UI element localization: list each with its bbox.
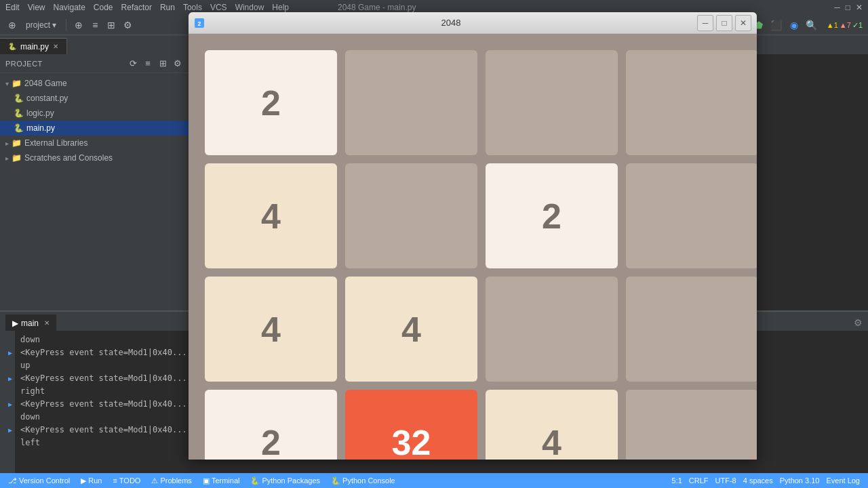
- console-settings: ⚙: [854, 317, 863, 331]
- status-encoding[interactable]: UTF-8: [713, 473, 739, 488]
- tree-expand-icon: ▾: [5, 80, 9, 87]
- game-content: 2 4 2 4 4 2 32 4: [189, 34, 757, 460]
- sidebar-item-constant[interactable]: 🐍 constant.py: [0, 91, 189, 106]
- tab-label: main.py: [20, 42, 49, 52]
- python-ver-text: Python 3.10: [780, 476, 820, 485]
- terminal-icon: ▣: [203, 476, 210, 485]
- status-version-control[interactable]: ⎇ Version Control: [5, 473, 73, 488]
- menu-vcs[interactable]: VCS: [210, 3, 227, 12]
- sidebar-item-label: logic.py: [26, 108, 54, 118]
- status-problems[interactable]: ⚠ Problems: [149, 473, 194, 488]
- console-tab-label: main: [21, 319, 39, 328]
- sidebar-item-logic[interactable]: 🐍 logic.py: [0, 106, 189, 121]
- status-cursor-pos[interactable]: 5:1: [669, 473, 685, 488]
- folder-icon: 📁: [12, 138, 22, 148]
- tab-main-py[interactable]: 🐍 main.py ✕: [0, 38, 67, 54]
- tile-r3c3: [626, 390, 757, 460]
- window-minimize-btn[interactable]: ─: [697, 15, 713, 31]
- tile-r0c1: [345, 50, 477, 155]
- svg-text:2: 2: [197, 20, 201, 27]
- console-settings-icon[interactable]: ⚙: [854, 317, 863, 328]
- todo-icon: ≡: [113, 476, 117, 485]
- window-maximize-btn[interactable]: □: [716, 15, 732, 31]
- tile-r1c2: 2: [486, 163, 618, 268]
- status-line-ending[interactable]: CRLF: [686, 473, 711, 488]
- vc-icon: ⎇: [8, 476, 17, 485]
- settings-icon[interactable]: ⚙: [121, 18, 134, 32]
- status-python-console[interactable]: 🐍 Python Console: [328, 473, 398, 488]
- ide-maximize[interactable]: □: [846, 3, 850, 12]
- tile-r3c0: 2: [205, 390, 337, 460]
- status-event-log[interactable]: Event Log: [823, 473, 863, 488]
- menu-run[interactable]: Run: [160, 3, 175, 12]
- sidebar-collapse-icon[interactable]: ≡: [142, 58, 154, 70]
- sidebar-tree: ▾ 📁 2048 Game 🐍 constant.py 🐍 logic.py 🐍…: [0, 73, 189, 168]
- sidebar-header: Project ⟳ ≡ ⊞ ⚙: [0, 54, 189, 73]
- plugin-icon3[interactable]: ⬛: [768, 17, 785, 33]
- sidebar-item-main[interactable]: 🐍 main.py: [0, 121, 189, 136]
- gutter-5: ·: [0, 436, 15, 449]
- tile-r0c0: 2: [205, 50, 337, 155]
- tab-close-icon[interactable]: ✕: [53, 43, 58, 50]
- status-python-version[interactable]: Python 3.10: [777, 473, 823, 488]
- sync-icon[interactable]: ⊕: [72, 18, 85, 32]
- sidebar-item-label: 2048 Game: [24, 79, 67, 88]
- errors-count[interactable]: ▲7: [840, 21, 851, 29]
- sidebar-item-project-root[interactable]: ▾ 📁 2048 Game: [0, 76, 189, 91]
- sidebar-sync-icon[interactable]: ⟳: [127, 58, 139, 70]
- sidebar-settings-icon[interactable]: ⚙: [172, 58, 184, 70]
- ide-close[interactable]: ✕: [856, 3, 863, 12]
- tile-r2c2: [486, 277, 618, 382]
- sidebar-item-scratches[interactable]: ▸ 📁 Scratches and Consoles: [0, 150, 189, 165]
- encoding-text: UTF-8: [715, 476, 736, 485]
- status-run[interactable]: ▶ Run: [78, 473, 104, 488]
- todo-label: TODO: [119, 476, 141, 485]
- status-indent[interactable]: 4 spaces: [741, 473, 776, 488]
- py-console-label: Python Console: [342, 476, 395, 485]
- console-tab-main[interactable]: ▶ main ✕: [5, 314, 56, 331]
- status-todo[interactable]: ≡ TODO: [110, 473, 143, 488]
- gutter-3: ·: [0, 385, 15, 398]
- packages-label: Python Packages: [262, 476, 320, 485]
- warnings-count[interactable]: ▲1: [827, 21, 838, 29]
- console-tab-close-icon[interactable]: ✕: [44, 319, 50, 327]
- sidebar-header-text: Project: [5, 60, 43, 68]
- menu-navigate[interactable]: Navigate: [53, 3, 85, 12]
- file-icon: 🐍: [14, 123, 24, 133]
- tile-r1c0: 4: [205, 163, 337, 268]
- tile-r3c2: 4: [486, 390, 618, 460]
- ok-count[interactable]: ✓1: [852, 21, 863, 30]
- sidebar-item-label: constant.py: [26, 94, 68, 103]
- structure-icon[interactable]: ≡: [88, 18, 102, 32]
- menu-edit[interactable]: Edit: [5, 3, 20, 12]
- status-python-packages[interactable]: 🐍 Python Packages: [248, 473, 323, 488]
- terminal-label: Terminal: [212, 476, 240, 485]
- menu-view[interactable]: View: [28, 3, 45, 12]
- tile-r0c2: [486, 50, 618, 155]
- status-bar: ⎇ Version Control ▶ Run ≡ TODO ⚠ Problem…: [0, 473, 868, 488]
- window-close-btn[interactable]: ✕: [735, 15, 751, 31]
- packages-icon: 🐍: [250, 476, 260, 485]
- window-controls: ─ □ ✕: [697, 15, 751, 31]
- sidebar-expand-icon[interactable]: ⊞: [157, 58, 169, 70]
- search-icon[interactable]: 🔍: [804, 17, 820, 33]
- sidebar-item-external-libs[interactable]: ▸ 📁 External Libraries: [0, 136, 189, 150]
- menu-help[interactable]: Help: [272, 3, 289, 12]
- menu-refactor[interactable]: Refactor: [121, 3, 152, 12]
- layout-icon[interactable]: ⊞: [104, 18, 118, 32]
- gutter-arrow-3: ▶: [0, 398, 15, 411]
- tile-r1c3: [626, 163, 757, 268]
- gutter-2: ·: [0, 359, 15, 372]
- gutter-1: ·: [0, 333, 15, 346]
- gutter-4: ·: [0, 411, 15, 424]
- ide-minimize[interactable]: ─: [834, 3, 840, 12]
- sidebar-item-label: Scratches and Consoles: [24, 153, 113, 163]
- menu-code[interactable]: Code: [94, 3, 113, 12]
- add-icon[interactable]: ⊕: [5, 18, 19, 32]
- project-dropdown[interactable]: project ▾: [22, 18, 60, 32]
- vc-label: Version Control: [19, 476, 70, 485]
- plugin-icon4[interactable]: ◉: [786, 17, 802, 33]
- status-terminal[interactable]: ▣ Terminal: [200, 473, 243, 488]
- menu-window[interactable]: Window: [235, 3, 264, 12]
- menu-tools[interactable]: Tools: [183, 3, 202, 12]
